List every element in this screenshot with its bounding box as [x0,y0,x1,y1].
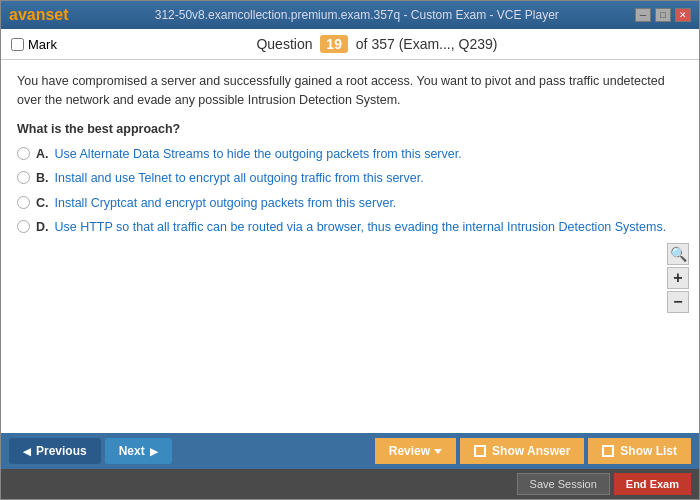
show-answer-label: Show Answer [492,444,570,458]
previous-label: Previous [36,444,87,458]
close-button[interactable]: ✕ [675,8,691,22]
question-info: Question 19 of 357 (Exam..., Q239) [65,35,689,53]
show-list-icon [602,445,614,457]
radio-b[interactable] [17,171,30,184]
option-d-text: Use HTTP so that all traffic can be rout… [55,219,667,237]
option-a-text: Use Alternate Data Streams to hide the o… [55,146,462,164]
question-text: You have compromised a server and succes… [17,72,683,110]
option-c-label: C. [36,195,49,213]
question-total: of 357 (Exam..., Q239) [356,36,498,52]
logo-text2: set [45,6,68,23]
mark-label[interactable]: Mark [11,37,57,52]
save-session-label: Save Session [530,478,597,490]
review-button[interactable]: Review [375,438,456,464]
show-list-button[interactable]: Show List [588,438,691,464]
prev-arrow-icon: ◀ [23,446,31,457]
option-d[interactable]: D. Use HTTP so that all traffic can be r… [17,219,683,237]
question-number-badge: 19 [320,35,348,53]
show-list-label: Show List [620,444,677,458]
zoom-out-button[interactable]: − [667,291,689,313]
logo-text1: avan [9,6,45,23]
end-exam-button[interactable]: End Exam [614,473,691,495]
main-window: avanset 312-50v8.examcollection.premium.… [0,0,700,500]
next-button[interactable]: Next ▶ [105,438,172,464]
review-label: Review [389,444,430,458]
option-c[interactable]: C. Install Cryptcat and encrypt outgoing… [17,195,683,213]
option-b[interactable]: B. Install and use Telnet to encrypt all… [17,170,683,188]
question-header: Mark Question 19 of 357 (Exam..., Q239) [1,29,699,60]
maximize-button[interactable]: □ [655,8,671,22]
content-area: You have compromised a server and succes… [1,60,699,433]
zoom-controls: 🔍 + − [667,243,689,313]
save-session-button[interactable]: Save Session [517,473,610,495]
title-bar: avanset 312-50v8.examcollection.premium.… [1,1,699,29]
radio-c[interactable] [17,196,30,209]
review-dropdown-icon [434,449,442,454]
radio-a[interactable] [17,147,30,160]
option-a-label: A. [36,146,49,164]
option-a[interactable]: A. Use Alternate Data Streams to hide th… [17,146,683,164]
show-answer-icon [474,445,486,457]
minimize-button[interactable]: ─ [635,8,651,22]
radio-d[interactable] [17,220,30,233]
window-title: 312-50v8.examcollection.premium.exam.357… [79,8,635,22]
bottom-nav-bar: ◀ Previous Next ▶ Review Show Answer Sho… [1,433,699,469]
zoom-in-button[interactable]: + [667,267,689,289]
app-logo: avanset [9,6,69,24]
option-b-label: B. [36,170,49,188]
option-d-label: D. [36,219,49,237]
next-arrow-icon: ▶ [150,446,158,457]
question-label: Question [256,36,312,52]
end-exam-label: End Exam [626,478,679,490]
bottom-bar2: Save Session End Exam [1,469,699,499]
mark-checkbox[interactable] [11,38,24,51]
next-label: Next [119,444,145,458]
question-ask: What is the best approach? [17,122,683,136]
show-answer-button[interactable]: Show Answer [460,438,584,464]
previous-button[interactable]: ◀ Previous [9,438,101,464]
search-icon[interactable]: 🔍 [667,243,689,265]
option-c-text: Install Cryptcat and encrypt outgoing pa… [55,195,397,213]
window-controls: ─ □ ✕ [635,8,691,22]
question-body: You have compromised a server and succes… [1,60,699,433]
mark-text: Mark [28,37,57,52]
option-b-text: Install and use Telnet to encrypt all ou… [55,170,424,188]
